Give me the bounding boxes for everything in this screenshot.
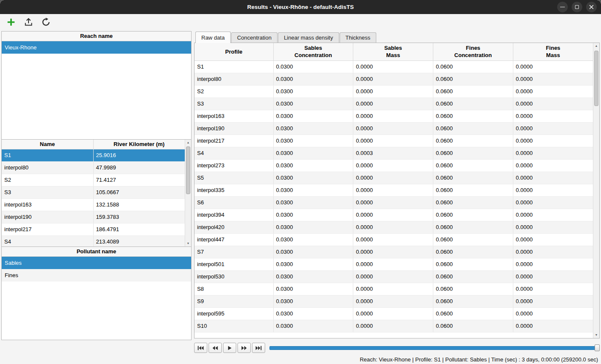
- table-cell[interactable]: S7: [195, 246, 273, 258]
- table-cell[interactable]: 0.0000: [513, 135, 593, 147]
- table-row[interactable]: S100.03000.00000.06000.0000: [195, 320, 593, 332]
- table-row[interactable]: S70.03000.00000.06000.0000: [195, 246, 593, 258]
- table-row[interactable]: interpol5010.03000.00000.06000.0000: [195, 258, 593, 270]
- table-cell[interactable]: 0.0000: [513, 320, 593, 332]
- table-cell[interactable]: 0.0000: [353, 196, 433, 209]
- table-row[interactable]: S20.03000.00000.06000.0000: [195, 85, 593, 97]
- reach-item[interactable]: Vieux-Rhone: [2, 41, 191, 54]
- table-cell[interactable]: interpol273: [195, 159, 273, 172]
- time-slider-handle[interactable]: [595, 344, 600, 351]
- table-cell[interactable]: interpol80: [2, 161, 93, 174]
- table-cell[interactable]: 0.0600: [433, 270, 513, 283]
- table-cell[interactable]: 0.0300: [273, 159, 353, 172]
- table-cell[interactable]: 0.0000: [513, 307, 593, 320]
- table-cell[interactable]: 0.0600: [433, 172, 513, 184]
- table-cell[interactable]: 0.0000: [513, 60, 593, 73]
- table-cell[interactable]: 0.0300: [273, 320, 353, 332]
- table-cell[interactable]: interpol163: [2, 198, 93, 211]
- table-cell[interactable]: 0.0300: [273, 246, 353, 258]
- table-row[interactable]: S10.03000.00000.06000.0000: [195, 60, 593, 73]
- table-cell[interactable]: 0.0600: [433, 295, 513, 307]
- table-cell[interactable]: 0.0300: [273, 307, 353, 320]
- table-cell[interactable]: 0.0300: [273, 172, 353, 184]
- table-row[interactable]: S90.03000.00000.06000.0000: [195, 295, 593, 307]
- table-row[interactable]: S80.03000.00000.06000.0000: [195, 283, 593, 295]
- table-cell[interactable]: S4: [195, 147, 273, 159]
- table-cell[interactable]: 0.0000: [353, 307, 433, 320]
- table-cell[interactable]: 0.0600: [433, 159, 513, 172]
- table-cell[interactable]: 0.0000: [353, 295, 433, 307]
- scroll-down-icon[interactable]: ▼: [185, 241, 191, 246]
- table-cell[interactable]: 105.0667: [93, 186, 185, 198]
- table-cell[interactable]: 0.0000: [353, 209, 433, 221]
- table-cell[interactable]: 0.0000: [353, 85, 433, 97]
- table-cell[interactable]: S3: [2, 186, 93, 198]
- table-cell[interactable]: 0.0000: [353, 184, 433, 196]
- table-cell[interactable]: 0.0000: [353, 221, 433, 233]
- table-cell[interactable]: 0.0000: [513, 246, 593, 258]
- table-cell[interactable]: interpol530: [195, 270, 273, 283]
- table-row[interactable]: interpol5300.03000.00000.06000.0000: [195, 270, 593, 283]
- table-row[interactable]: S40.03000.00030.06000.0000: [195, 147, 593, 159]
- table-cell[interactable]: interpol217: [195, 135, 273, 147]
- table-cell[interactable]: 0.0300: [273, 60, 353, 73]
- table-cell[interactable]: 0.0300: [273, 184, 353, 196]
- table-cell[interactable]: 0.0600: [433, 196, 513, 209]
- table-cell[interactable]: 0.0600: [433, 85, 513, 97]
- table-cell[interactable]: 71.4127: [93, 174, 185, 186]
- profile-row[interactable]: S271.4127: [2, 174, 185, 186]
- table-cell[interactable]: S4: [2, 235, 93, 247]
- raw-data-scrollbar[interactable]: ▲ ▼: [593, 43, 599, 338]
- table-cell[interactable]: 186.4791: [93, 223, 185, 235]
- table-cell[interactable]: 0.0300: [273, 97, 353, 110]
- column-header[interactable]: FinesMass: [513, 43, 593, 60]
- minimize-button[interactable]: [557, 2, 568, 12]
- table-cell[interactable]: 0.0300: [273, 110, 353, 122]
- table-cell[interactable]: 0.0000: [513, 258, 593, 270]
- table-cell[interactable]: 0.0000: [513, 159, 593, 172]
- table-cell[interactable]: 0.0000: [513, 221, 593, 233]
- table-row[interactable]: S50.03000.00000.06000.0000: [195, 172, 593, 184]
- time-slider[interactable]: [269, 344, 600, 352]
- maximize-button[interactable]: [572, 2, 582, 12]
- table-cell[interactable]: interpol501: [195, 258, 273, 270]
- table-cell[interactable]: 0.0600: [433, 97, 513, 110]
- column-header[interactable]: Profile: [195, 43, 273, 60]
- table-cell[interactable]: 0.0000: [353, 258, 433, 270]
- table-cell[interactable]: interpol335: [195, 184, 273, 196]
- table-cell[interactable]: 0.0000: [513, 184, 593, 196]
- table-cell[interactable]: interpol394: [195, 209, 273, 221]
- skip-last-button[interactable]: [252, 343, 265, 353]
- table-cell[interactable]: interpol447: [195, 233, 273, 246]
- table-cell[interactable]: interpol420: [195, 221, 273, 233]
- column-header[interactable]: FinesConcentration: [433, 43, 513, 60]
- raw-data-scrollbar-thumb[interactable]: [594, 51, 598, 106]
- table-cell[interactable]: 132.1588: [93, 198, 185, 211]
- seek-backward-button[interactable]: [209, 343, 222, 353]
- table-cell[interactable]: S1: [2, 149, 93, 161]
- pollutant-item[interactable]: Fines: [2, 269, 191, 281]
- table-cell[interactable]: S10: [195, 320, 273, 332]
- time-slider-track[interactable]: [269, 346, 600, 350]
- table-row[interactable]: S30.03000.00000.06000.0000: [195, 97, 593, 110]
- table-cell[interactable]: 213.4089: [93, 235, 185, 247]
- table-cell[interactable]: 0.0000: [513, 85, 593, 97]
- table-cell[interactable]: interpol217: [2, 223, 93, 235]
- table-cell[interactable]: 0.0000: [353, 60, 433, 73]
- table-cell[interactable]: 0.0000: [513, 270, 593, 283]
- table-cell[interactable]: S5: [195, 172, 273, 184]
- table-row[interactable]: interpol3350.03000.00000.06000.0000: [195, 184, 593, 196]
- seek-forward-button[interactable]: [238, 343, 251, 353]
- table-cell[interactable]: 0.0600: [433, 320, 513, 332]
- table-cell[interactable]: S2: [2, 174, 93, 186]
- play-button[interactable]: [223, 343, 236, 353]
- scroll-down-icon[interactable]: ▼: [593, 332, 599, 338]
- table-cell[interactable]: 0.0000: [353, 270, 433, 283]
- table-cell[interactable]: interpol595: [195, 307, 273, 320]
- table-cell[interactable]: 0.0000: [513, 73, 593, 85]
- table-cell[interactable]: interpol80: [195, 73, 273, 85]
- table-cell[interactable]: 0.0600: [433, 73, 513, 85]
- profile-row[interactable]: interpol190159.3783: [2, 211, 185, 223]
- table-row[interactable]: interpol4470.03000.00000.06000.0000: [195, 233, 593, 246]
- table-cell[interactable]: 0.0300: [273, 147, 353, 159]
